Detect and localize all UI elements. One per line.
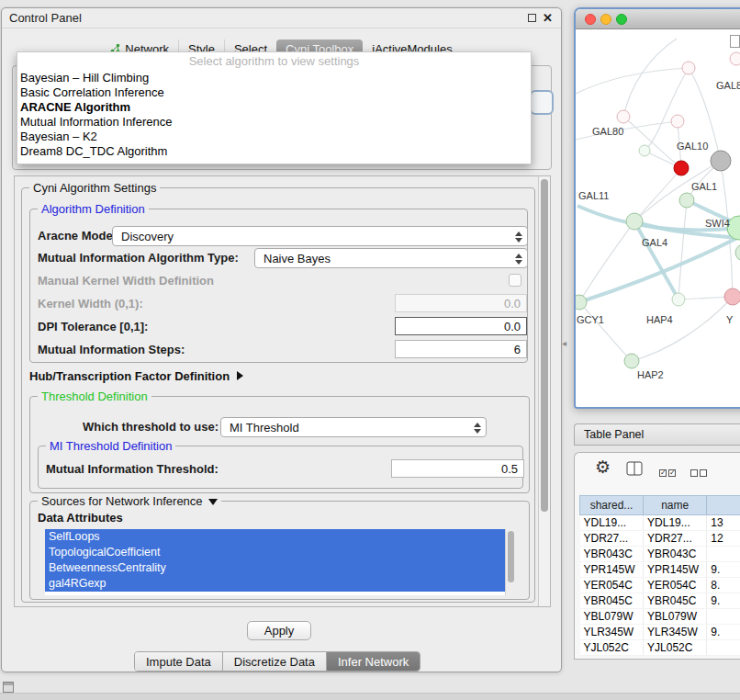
- network-edge: [645, 68, 689, 151]
- attribute-item[interactable]: BetweennessCentrality: [45, 560, 505, 576]
- table-cell[interactable]: YER054C: [580, 578, 644, 593]
- algorithm-option[interactable]: Mutual Information Inference: [17, 115, 531, 130]
- gear-icon[interactable]: ⚙: [595, 457, 611, 478]
- deselect-all-icon[interactable]: [690, 466, 709, 480]
- bottom-tab-infer-network[interactable]: Infer Network: [326, 652, 420, 671]
- table-cell[interactable]: [707, 609, 740, 625]
- minimize-traffic-light-icon[interactable]: [600, 14, 611, 25]
- minimized-panel-icon[interactable]: [3, 682, 14, 693]
- table-cell[interactable]: [707, 640, 740, 656]
- table-cell[interactable]: 13: [707, 515, 740, 531]
- table-row[interactable]: YER054CYER054C8.: [580, 578, 740, 593]
- table-cell[interactable]: YDL19...: [644, 515, 707, 531]
- which-threshold-select[interactable]: MI Threshold: [220, 417, 487, 437]
- table-row[interactable]: YDL19...YDL19...13: [580, 515, 740, 531]
- network-node[interactable]: [711, 151, 731, 171]
- table-cell[interactable]: 9.: [707, 625, 740, 640]
- zoom-traffic-light-icon[interactable]: [616, 14, 627, 25]
- network-scroll-widget[interactable]: [730, 35, 740, 48]
- table-cell[interactable]: 9.: [707, 593, 740, 609]
- network-node[interactable]: [639, 145, 650, 156]
- table-row[interactable]: YBR043CYBR043C: [580, 547, 740, 562]
- manual-kernel-checkbox[interactable]: [509, 274, 521, 287]
- bottom-tab-impute-data[interactable]: Impute Data: [135, 652, 222, 671]
- hub-definition-expander[interactable]: Hub/Transcription Factor Definition: [29, 368, 243, 383]
- network-node[interactable]: [617, 110, 630, 123]
- table-cell[interactable]: [707, 547, 740, 562]
- collapse-down-icon[interactable]: [208, 499, 218, 505]
- table-panel-titlebar[interactable]: Table Panel: [574, 423, 740, 446]
- kernel-width-field[interactable]: 0.0: [395, 294, 527, 312]
- scrollbar-thumb[interactable]: [541, 179, 548, 512]
- aracne-mode-label: Aracne Mode:: [38, 229, 117, 243]
- list-scrollbar[interactable]: [505, 529, 515, 595]
- scrollbar-thumb[interactable]: [508, 531, 514, 582]
- close-traffic-light-icon[interactable]: [585, 14, 596, 25]
- aracne-mode-select[interactable]: Discovery: [112, 226, 528, 246]
- table-row[interactable]: YPR145WYPR145W9.: [580, 562, 740, 578]
- close-icon[interactable]: ✕: [543, 11, 553, 25]
- column-header-shared[interactable]: shared...: [580, 496, 644, 515]
- table-cell[interactable]: YLR345W: [580, 625, 644, 640]
- dpi-tolerance-field[interactable]: 0.0: [395, 317, 527, 335]
- column-header-extra[interactable]: [707, 496, 740, 515]
- columns-icon[interactable]: [626, 461, 643, 479]
- mi-steps-field[interactable]: 6: [395, 340, 527, 358]
- table-cell[interactable]: YBR043C: [580, 547, 644, 562]
- table-row[interactable]: YBR045CYBR045C9.: [580, 593, 740, 609]
- table-cell[interactable]: 8.: [707, 578, 740, 593]
- table-row[interactable]: YJL052CYJL052C: [580, 640, 740, 656]
- table-row[interactable]: YLR345WYLR345W9.: [580, 625, 740, 640]
- table-cell[interactable]: YBR043C: [644, 547, 707, 562]
- table-cell[interactable]: YJL052C: [644, 640, 707, 656]
- float-window-icon[interactable]: [528, 14, 536, 22]
- table-cell[interactable]: YDR27...: [580, 531, 644, 547]
- table-cell[interactable]: YDR27...: [644, 531, 707, 547]
- algorithm-option[interactable]: Dream8 DC_TDC Algorithm: [17, 144, 531, 159]
- attribute-item[interactable]: SelfLoops: [45, 529, 505, 545]
- network-canvas[interactable]: GAL8GAL80GAL10GAL11GAL1SWI4GAL4GCY1HAP4Y…: [576, 29, 740, 407]
- table-cell[interactable]: YLR345W: [644, 625, 707, 640]
- mi-type-select[interactable]: Naive Bayes: [254, 248, 528, 268]
- network-node[interactable]: [672, 293, 685, 306]
- panel-divider-grip[interactable]: ◂: [562, 338, 566, 348]
- network-window-titlebar[interactable]: [576, 9, 740, 29]
- bottom-tab-discretize-data[interactable]: Discretize Data: [222, 652, 326, 671]
- node-label: HAP4: [646, 314, 673, 325]
- table-cell[interactable]: YPR145W: [580, 562, 644, 578]
- algorithm-option[interactable]: Bayesian – Hill Climbing: [17, 71, 531, 85]
- network-node[interactable]: [730, 52, 740, 65]
- mi-threshold-field[interactable]: 0.5: [391, 459, 524, 478]
- network-node[interactable]: [724, 288, 740, 305]
- table-cell[interactable]: 9.: [707, 562, 740, 578]
- table-cell[interactable]: YJL052C: [580, 640, 644, 656]
- table-cell[interactable]: YER054C: [644, 578, 707, 593]
- table-cell[interactable]: YBR045C: [644, 593, 707, 609]
- attribute-item[interactable]: TopologicalCoefficient: [45, 545, 505, 560]
- algorithm-option[interactable]: Basic Correlation Inference: [17, 85, 531, 100]
- attribute-item[interactable]: gal4RGexp: [45, 576, 505, 592]
- table-cell[interactable]: YBL079W: [580, 609, 644, 625]
- network-node[interactable]: [735, 244, 740, 261]
- network-node[interactable]: [624, 354, 639, 368]
- network-node[interactable]: [674, 161, 689, 175]
- table-cell[interactable]: YBR045C: [580, 593, 644, 609]
- table-row[interactable]: YBL079WYBL079W: [580, 609, 740, 625]
- apply-button[interactable]: Apply: [247, 621, 311, 640]
- network-node[interactable]: [576, 295, 587, 310]
- table-cell[interactable]: YPR145W: [644, 562, 707, 578]
- network-node[interactable]: [626, 213, 643, 230]
- table-row[interactable]: YDR27...YDR27...12: [580, 531, 740, 547]
- settings-scrollbar[interactable]: [538, 176, 550, 606]
- table-cell[interactable]: 12: [707, 531, 740, 547]
- select-all-icon[interactable]: [659, 466, 678, 480]
- algorithm-option[interactable]: ARACNE Algorithm: [17, 100, 531, 115]
- network-node[interactable]: [671, 115, 684, 128]
- algorithm-option[interactable]: Bayesian – K2: [17, 130, 531, 144]
- table-cell[interactable]: YBL079W: [644, 609, 707, 625]
- data-attributes-list[interactable]: SelfLoopsTopologicalCoefficientBetweenne…: [45, 529, 515, 595]
- network-node[interactable]: [679, 193, 694, 208]
- column-header-name[interactable]: name: [644, 496, 707, 515]
- table-cell[interactable]: YDL19...: [580, 515, 644, 531]
- network-node[interactable]: [682, 62, 695, 74]
